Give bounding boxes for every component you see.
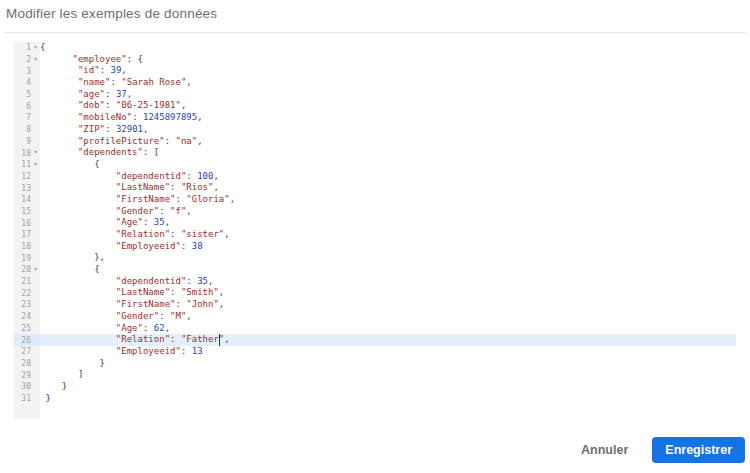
line-number: 21 <box>14 276 40 288</box>
line-number: 30 <box>14 381 40 393</box>
code-line[interactable]: 2▾ "employee": { <box>14 54 736 66</box>
line-number: 31 <box>14 393 40 405</box>
line-number: 1▾ <box>14 42 40 54</box>
edit-sample-data-dialog: Modifier les exemples de données 1▾{2▾ "… <box>0 0 750 473</box>
line-number: 24 <box>14 311 40 323</box>
fold-arrow-icon[interactable]: ▾ <box>31 147 40 159</box>
code-line[interactable]: 4 "name": "Sarah Rose", <box>14 77 736 89</box>
code-line[interactable]: 27 "Employeeid": 13 <box>14 346 736 358</box>
code-editor[interactable]: 1▾{2▾ "employee": {3 "id": 39,4 "name": … <box>14 42 736 419</box>
fold-arrow-icon[interactable]: ▾ <box>31 264 40 276</box>
header-divider <box>5 32 745 33</box>
code-line[interactable]: 30 } <box>14 381 736 393</box>
line-number: 7 <box>14 112 40 124</box>
code-line[interactable]: 28 } <box>14 358 736 370</box>
line-number: 17 <box>14 229 40 241</box>
dialog-title: Modifier les exemples de données <box>6 6 744 21</box>
line-number: 15 <box>14 206 40 218</box>
cancel-button[interactable]: Annuler <box>575 439 634 461</box>
code-line[interactable]: 5 "age": 37, <box>14 89 736 101</box>
line-number: 22 <box>14 287 40 299</box>
line-number: 20▾ <box>14 264 40 276</box>
line-number: 25 <box>14 323 40 335</box>
line-number: 12 <box>14 171 40 183</box>
line-number: 19 <box>14 252 40 264</box>
line-number: 9 <box>14 136 40 148</box>
code-line[interactable]: 20▾ { <box>14 264 736 276</box>
code-line[interactable]: 15 "Gender": "f", <box>14 206 736 218</box>
line-number: 14 <box>14 194 40 206</box>
line-number: 28 <box>14 358 40 370</box>
line-number: 6 <box>14 100 40 112</box>
code-line[interactable]: 6 "dob": "06-25-1981", <box>14 100 736 112</box>
code-line[interactable]: 19 }, <box>14 252 736 264</box>
code-line[interactable]: 23 "FirstName": "John", <box>14 299 736 311</box>
line-number: 2▾ <box>14 54 40 66</box>
code-line[interactable]: 17 "Relation": "sister", <box>14 229 736 241</box>
code-line[interactable]: 14 "FirstName": "Gloria", <box>14 194 736 206</box>
fold-arrow-icon[interactable]: ▾ <box>31 54 40 66</box>
fold-arrow-icon[interactable]: ▾ <box>31 42 40 54</box>
dialog-footer: Annuler Enregistrer <box>0 435 750 465</box>
code-line[interactable]: 18 "Employeeid": 38 <box>14 241 736 253</box>
line-number: 13 <box>14 182 40 194</box>
code-line[interactable]: 9 "profilePicture": "na", <box>14 136 736 148</box>
code-line[interactable]: 24 "Gender": "M", <box>14 311 736 323</box>
line-number: 23 <box>14 299 40 311</box>
line-number: 8 <box>14 124 40 136</box>
line-number: 27 <box>14 346 40 358</box>
line-number: 4 <box>14 77 40 89</box>
line-number: 18 <box>14 241 40 253</box>
fold-arrow-icon[interactable]: ▾ <box>31 159 40 171</box>
code-line[interactable]: 29 ] <box>14 369 736 381</box>
code-line[interactable]: 25 "Age": 62, <box>14 323 736 335</box>
code-line[interactable]: 31 } <box>14 393 736 405</box>
dialog-header: Modifier les exemples de données <box>6 6 744 21</box>
line-number: 3 <box>14 65 40 77</box>
code-line[interactable]: 22 "LastName": "Smith", <box>14 287 736 299</box>
text-cursor <box>219 334 220 346</box>
code-line[interactable]: 8 "ZIP": 32901, <box>14 124 736 136</box>
code-line[interactable]: 1▾{ <box>14 42 736 54</box>
line-number: 26 <box>14 334 40 346</box>
gutter-tail <box>14 404 40 419</box>
line-number: 16 <box>14 217 40 229</box>
code-line[interactable]: 26 "Relation": "Father", <box>14 334 736 346</box>
code-line[interactable]: 7 "mobileNo": 1245897895, <box>14 112 736 124</box>
code-line[interactable]: 13 "LastName": "Rios", <box>14 182 736 194</box>
code-line[interactable]: 11▾ { <box>14 159 736 171</box>
code-line[interactable]: 3 "id": 39, <box>14 65 736 77</box>
code-line[interactable]: 21 "dependentid": 35, <box>14 276 736 288</box>
line-number: 5 <box>14 89 40 101</box>
line-number: 10▾ <box>14 147 40 159</box>
code-line[interactable]: 16 "Age": 35, <box>14 217 736 229</box>
save-button[interactable]: Enregistrer <box>652 437 745 463</box>
line-number: 11▾ <box>14 159 40 171</box>
line-number: 29 <box>14 369 40 381</box>
code-line[interactable]: 12 "dependentid": 100, <box>14 171 736 183</box>
code-line[interactable]: 10▾ "dependents": [ <box>14 147 736 159</box>
